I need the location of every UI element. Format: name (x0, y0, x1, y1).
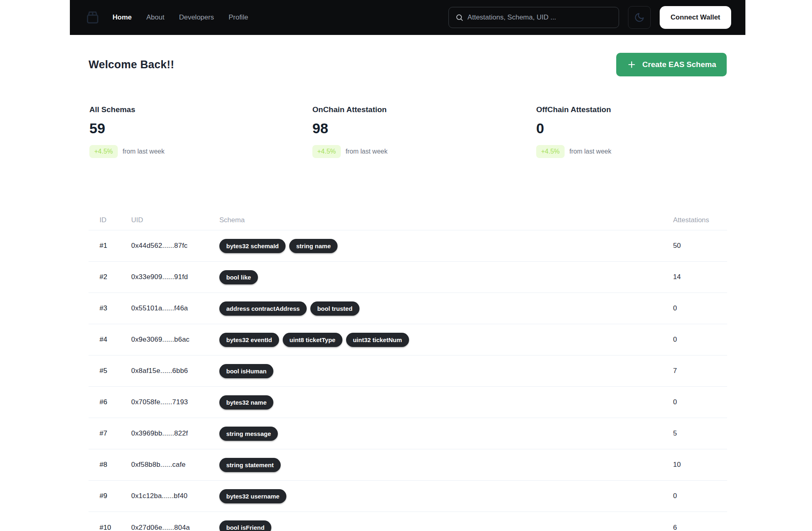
cell-schema: bytes32 schemaIdstring name (219, 239, 673, 253)
cell-schema: string statement (219, 458, 673, 472)
table-row[interactable]: #90x1c12ba......bf40bytes32 username0 (89, 481, 727, 512)
stat-note: from last week (123, 148, 165, 155)
schema-field-chip: bool isFriend (219, 520, 271, 531)
cell-uid: 0x8af15e......6bb6 (131, 367, 219, 375)
cell-uid: 0x44d562......87fc (131, 242, 219, 250)
table-row[interactable]: #50x8af15e......6bb6bool isHuman7 (89, 355, 727, 387)
nav-link-home[interactable]: Home (113, 13, 132, 22)
schema-field-chip: bytes32 eventId (219, 333, 279, 347)
cell-uid: 0x27d06e......804a (131, 524, 219, 531)
nav-link-profile[interactable]: Profile (229, 13, 248, 22)
cell-id: #8 (100, 461, 131, 469)
connect-wallet-button[interactable]: Connect Wallet (660, 6, 731, 29)
table-row[interactable]: #70x3969bb......822fstring message5 (89, 418, 727, 449)
schema-field-chip: bool isHuman (219, 364, 273, 378)
navbar-right: Connect Wallet (448, 6, 731, 29)
stat-value: 0 (536, 119, 745, 137)
cell-id: #6 (100, 398, 131, 406)
cell-id: #10 (100, 524, 131, 531)
cell-attestations: 0 (673, 336, 727, 344)
schema-field-chip: string statement (219, 458, 281, 472)
stat-value: 59 (89, 119, 312, 137)
schema-field-chip: bytes32 name (219, 395, 273, 410)
table-row[interactable]: #20x33e909......91fdbool like14 (89, 262, 727, 293)
cell-schema: bool isHuman (219, 364, 673, 378)
cell-id: #5 (100, 367, 131, 375)
package-icon (84, 9, 101, 26)
search-input[interactable] (468, 13, 612, 22)
schema-field-chip: address contractAddress (219, 301, 307, 316)
cell-id: #2 (100, 273, 131, 281)
stat-label: OffChain Attestation (536, 105, 745, 115)
schema-field-chip: uint8 ticketType (283, 333, 342, 347)
table-row[interactable]: #80xf58b8b......cafestring statement10 (89, 449, 727, 481)
nav-link-about[interactable]: About (146, 13, 164, 22)
column-header-id: ID (100, 216, 131, 224)
cell-schema: bool like (219, 270, 673, 284)
search-icon (455, 13, 463, 22)
schema-field-chip: bytes32 username (219, 489, 286, 503)
stats-grid: All Schemas59+4.5%from last weekOnChain … (70, 105, 745, 158)
cell-id: #1 (100, 242, 131, 250)
table-header: ID UID Schema Attestations (89, 206, 727, 230)
plus-icon (627, 60, 637, 69)
page-title: Welcome Back!! (89, 59, 174, 71)
schema-field-chip: uint32 ticketNum (346, 333, 409, 347)
stat-label: OnChain Attestation (312, 105, 536, 115)
cell-schema: bytes32 name (219, 395, 673, 410)
schema-field-chip: string name (289, 239, 338, 253)
cell-id: #7 (100, 429, 131, 438)
hero-row: Welcome Back!! Create EAS Schema (70, 53, 745, 76)
table-row[interactable]: #60x7058fe......7193bytes32 name0 (89, 387, 727, 418)
table-row[interactable]: #40x9e3069......b6acbytes32 eventIduint8… (89, 324, 727, 355)
column-header-uid: UID (131, 216, 219, 224)
stat-card: OffChain Attestation0+4.5%from last week (536, 105, 745, 158)
cell-attestations: 7 (673, 367, 727, 375)
cell-attestations: 0 (673, 398, 727, 406)
column-header-schema: Schema (219, 216, 673, 224)
nav-links: HomeAboutDevelopersProfile (113, 13, 248, 22)
theme-toggle-button[interactable] (628, 6, 651, 29)
schema-field-chip: bool like (219, 270, 258, 284)
cell-uid: 0x9e3069......b6ac (131, 336, 219, 344)
stat-note: from last week (346, 148, 388, 155)
navbar: HomeAboutDevelopersProfile Connect Walle… (70, 0, 745, 35)
schemas-table: ID UID Schema Attestations #10x44d562...… (89, 206, 727, 531)
cell-id: #3 (100, 304, 131, 312)
stat-change-badge: +4.5% (536, 145, 565, 158)
cell-attestations: 10 (673, 461, 727, 469)
cell-attestations: 0 (673, 492, 727, 500)
stat-card: All Schemas59+4.5%from last week (89, 105, 312, 158)
create-schema-button[interactable]: Create EAS Schema (616, 53, 727, 76)
cell-schema: bool isFriend (219, 520, 673, 531)
cell-schema: bytes32 eventIduint8 ticketTypeuint32 ti… (219, 333, 673, 347)
cell-uid: 0xf58b8b......cafe (131, 461, 219, 469)
cell-uid: 0x3969bb......822f (131, 429, 219, 438)
cell-schema: address contractAddressbool trusted (219, 301, 673, 316)
table-row[interactable]: #30x55101a......f46aaddress contractAddr… (89, 293, 727, 324)
cell-uid: 0x7058fe......7193 (131, 398, 219, 406)
table-body: #10x44d562......87fcbytes32 schemaIdstri… (89, 230, 727, 531)
stat-card: OnChain Attestation98+4.5%from last week (312, 105, 536, 158)
cell-id: #4 (100, 336, 131, 344)
moon-icon (634, 12, 645, 23)
cell-attestations: 5 (673, 429, 727, 438)
cell-id: #9 (100, 492, 131, 500)
stat-label: All Schemas (89, 105, 312, 115)
stat-footer: +4.5%from last week (89, 145, 312, 158)
stat-value: 98 (312, 119, 536, 137)
stat-footer: +4.5%from last week (312, 145, 536, 158)
cell-attestations: 14 (673, 273, 727, 281)
table-row[interactable]: #10x44d562......87fcbytes32 schemaIdstri… (89, 230, 727, 262)
create-schema-label: Create EAS Schema (642, 60, 716, 69)
cell-attestations: 0 (673, 304, 727, 312)
stat-change-badge: +4.5% (89, 145, 118, 158)
cell-attestations: 6 (673, 524, 727, 531)
cell-schema: bytes32 username (219, 489, 673, 503)
schema-field-chip: bytes32 schemaId (219, 239, 286, 253)
cell-uid: 0x33e909......91fd (131, 273, 219, 281)
app-logo[interactable] (84, 9, 101, 26)
table-row[interactable]: #100x27d06e......804abool isFriend6 (89, 512, 727, 531)
cell-schema: string message (219, 427, 673, 441)
nav-link-developers[interactable]: Developers (179, 13, 214, 22)
